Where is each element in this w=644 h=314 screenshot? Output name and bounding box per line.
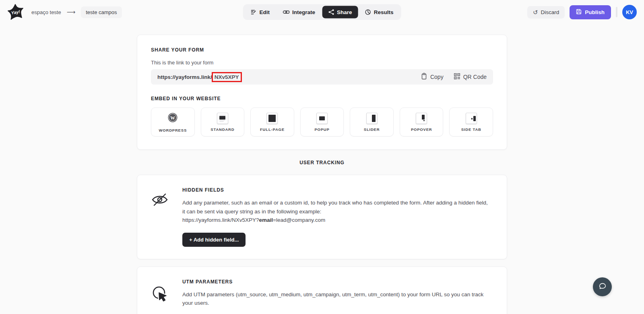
tab-edit-label: Edit (260, 9, 270, 15)
embed-label: POPOVER (411, 127, 432, 132)
tab-integrate[interactable]: Integrate (277, 6, 321, 19)
hidden-fields-card: HIDDEN FIELDS Add any parameter, such as… (137, 175, 507, 259)
link-caption: This is the link to your form (151, 60, 493, 66)
hidden-fields-title: HIDDEN FIELDS (182, 187, 493, 193)
embed-option-popup[interactable]: POPUP (300, 107, 344, 136)
tab-integrate-label: Integrate (292, 9, 315, 15)
hidden-fields-example: https://yayforms.link/NXv5XPY?email=lead… (182, 216, 493, 225)
link-actions: Copy (421, 73, 487, 81)
tab-edit[interactable]: Edit (245, 6, 276, 19)
embed-label: STANDARD (211, 127, 234, 132)
header-actions: ↺ Discard Publish KV (527, 5, 637, 19)
add-hidden-field-button[interactable]: + Add hidden field... (182, 233, 246, 247)
example-suffix: =lead@company.com (273, 217, 325, 223)
wordpress-icon: W (167, 112, 178, 125)
qr-code-label: QR Code (463, 74, 487, 80)
breadcrumb-form-name[interactable]: teste campos (81, 6, 122, 18)
eye-off-icon (151, 187, 170, 247)
copy-label: Copy (430, 74, 444, 80)
breadcrumb-arrow-icon: ⟶ (67, 8, 76, 16)
publish-button[interactable]: Publish (570, 5, 611, 19)
svg-text:W: W (170, 115, 175, 120)
avatar-initials: KV (626, 9, 633, 15)
discard-button[interactable]: ↺ Discard (527, 6, 565, 19)
top-bar: Yay! espaço teste ⟶ teste campos Edit (0, 0, 644, 24)
embed-title: EMBED IN YOUR WEBSITE (151, 96, 493, 101)
header-divider (616, 7, 617, 17)
qr-code-button[interactable]: QR Code (454, 73, 487, 81)
edit-icon (251, 9, 257, 15)
utm-title: UTM PARAMETERS (182, 279, 493, 285)
embed-option-popover[interactable]: POPOVER (400, 107, 444, 136)
share-icon (328, 9, 334, 15)
popover-embed-icon (416, 113, 427, 124)
hidden-fields-description: Add any parameter, such as an email or a… (182, 198, 488, 216)
mode-tabbar: Edit Integrate Share (243, 4, 401, 20)
user-tracking-label: USER TRACKING (137, 160, 507, 165)
full-page-embed-icon (266, 113, 278, 124)
standard-embed-icon (217, 113, 228, 124)
save-icon (576, 9, 582, 16)
form-link-base: https://yayforms.link/ (157, 74, 212, 80)
tab-share-label: Share (337, 9, 352, 15)
popup-embed-icon (316, 113, 328, 124)
utm-parameters-card: UTM PARAMETERS Add UTM parameters (utm_s… (137, 266, 507, 314)
annotation-highlight-box: NXv5XPY (212, 72, 242, 82)
embed-option-standard[interactable]: STANDARD (201, 107, 245, 136)
embed-label: SIDE TAB (461, 127, 481, 132)
chat-bubble-icon (598, 282, 607, 292)
avatar[interactable]: KV (622, 5, 637, 19)
side-tab-embed-icon (466, 113, 477, 124)
embed-label: POPUP (314, 127, 329, 132)
utm-description: Add UTM parameters (utm_source, utm_medi… (182, 290, 488, 308)
tab-results-label: Results (374, 9, 394, 15)
results-icon (365, 9, 371, 15)
yayforms-logo-icon[interactable]: Yay! (7, 4, 24, 21)
tab-share[interactable]: Share (322, 6, 358, 19)
qr-code-icon (454, 73, 460, 81)
integrate-icon (283, 10, 289, 14)
help-chat-button[interactable] (593, 277, 612, 296)
copy-link-button[interactable]: Copy (421, 73, 444, 81)
publish-label: Publish (585, 9, 605, 15)
form-link-bar: https://yayforms.link/NXv5XPY Copy (151, 69, 493, 85)
embed-option-slider[interactable]: SLIDER (350, 107, 394, 136)
utm-body: UTM PARAMETERS Add UTM parameters (utm_s… (182, 279, 493, 314)
embed-label: FULL-PAGE (260, 127, 285, 132)
copy-icon (421, 73, 427, 81)
slider-embed-icon (366, 113, 378, 124)
embed-option-wordpress[interactable]: W WORDPRESS (151, 107, 195, 136)
breadcrumb-workspace[interactable]: espaço teste (31, 9, 61, 15)
example-param: email (259, 217, 273, 223)
main-content: SHARE YOUR FORM This is the link to your… (137, 35, 507, 314)
share-form-card: SHARE YOUR FORM This is the link to your… (137, 35, 507, 150)
example-prefix: https://yayforms.link/NXv5XPY? (182, 217, 259, 223)
cursor-click-icon (151, 279, 170, 314)
embed-option-full-page[interactable]: FULL-PAGE (250, 107, 294, 136)
form-link-url: https://yayforms.link/NXv5XPY (157, 72, 242, 82)
hidden-fields-body: HIDDEN FIELDS Add any parameter, such as… (182, 187, 493, 247)
embed-option-side-tab[interactable]: SIDE TAB (449, 107, 493, 136)
embed-label: WORDPRESS (159, 128, 187, 132)
breadcrumb: espaço teste ⟶ teste campos (31, 6, 122, 18)
tab-results[interactable]: Results (359, 6, 400, 19)
discard-label: Discard (541, 9, 559, 15)
undo-icon: ↺ (533, 9, 538, 15)
embed-options-row: W WORDPRESS STANDARD FULL-PAGE (151, 107, 493, 136)
embed-label: SLIDER (364, 127, 380, 132)
share-title: SHARE YOUR FORM (151, 47, 493, 53)
brand-area: Yay! espaço teste ⟶ teste campos (7, 4, 122, 21)
